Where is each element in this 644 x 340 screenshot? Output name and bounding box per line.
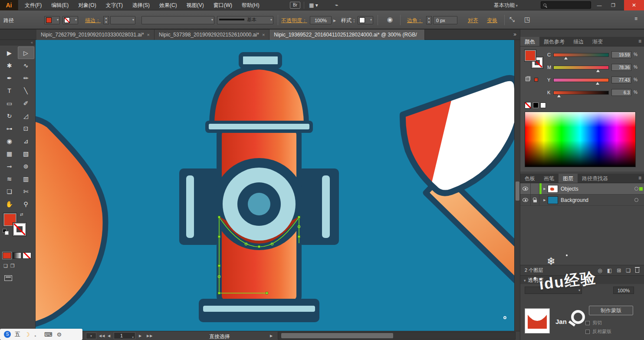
tool-line-segment[interactable]: ╲ [18, 84, 34, 97]
menu-item[interactable]: 帮助(H) [237, 0, 264, 10]
checkbox-icon[interactable] [585, 330, 590, 334]
panel-tab[interactable]: 图层 [559, 174, 578, 183]
vertical-scrollbar-thumb[interactable] [516, 182, 519, 201]
panel-tab[interactable]: 描边 [569, 37, 588, 46]
menu-item[interactable]: 文字(T) [101, 0, 128, 10]
new-layer-icon[interactable]: ❏ [626, 267, 631, 274]
menu-item[interactable]: 编辑(E) [46, 0, 73, 10]
tool-pencil[interactable]: ✏ [18, 72, 34, 84]
channel-slider[interactable] [553, 78, 609, 82]
minimize-button[interactable]: — [593, 0, 606, 10]
tools-panel-header[interactable]: « [0, 40, 35, 46]
lock-icon[interactable] [531, 195, 539, 205]
align-panel-link[interactable]: 对齐 [468, 17, 478, 24]
transform-panel-link[interactable]: 变换 [487, 17, 497, 24]
tool-lasso[interactable]: ∿ [18, 59, 34, 72]
corner-link[interactable]: 边角： [407, 17, 423, 24]
channel-slider[interactable] [553, 66, 609, 69]
screen-mode-button[interactable] [4, 275, 12, 281]
touch-icon[interactable]: ⌁ [335, 0, 338, 10]
ime-icon[interactable]: 五 [15, 330, 20, 338]
fill-color-dropdown[interactable] [44, 16, 60, 24]
input-method-bar[interactable]: S 五☽。⌨⚙ [0, 329, 82, 340]
stroke-width-stepper[interactable]: ▲▼ [103, 16, 109, 24]
channel-value-field[interactable]: 19.59 [611, 51, 631, 58]
tool-rotate[interactable]: ↻ [1, 109, 18, 122]
layers-panel-menu-icon[interactable]: ≡ [638, 175, 641, 181]
expand-arrow-icon[interactable]: ▶ [542, 198, 548, 202]
document-tab[interactable]: Nipic_19369522_20160411025128024000.ai* … [269, 30, 425, 40]
menu-item[interactable]: 效果(C) [154, 0, 182, 10]
tool-shape-builder[interactable]: ◉ [1, 135, 18, 147]
target-circle-icon[interactable] [634, 187, 638, 191]
slider-thumb-icon[interactable] [596, 82, 599, 85]
document-tab[interactable]: Nipic_537398_20190929202152610000.ai* × [154, 30, 269, 40]
none-mode-button[interactable] [23, 252, 31, 259]
tool-magic-wand[interactable]: ✱ [1, 59, 18, 72]
menu-item[interactable]: 选择(S) [128, 0, 154, 10]
tab-close-icon[interactable]: × [262, 32, 265, 37]
first-artboard-icon[interactable]: ◀◀ [99, 334, 105, 338]
recolor-artwork-icon[interactable]: ◉ [387, 16, 393, 23]
slider-thumb-icon[interactable] [564, 57, 568, 59]
panel-fill-swatch[interactable] [525, 50, 536, 61]
menu-item[interactable]: 窗口(W) [209, 0, 237, 10]
none-swatch[interactable] [525, 102, 531, 109]
stroke-color-swatch[interactable] [13, 223, 26, 236]
blend-mode-dropdown[interactable] [525, 287, 582, 294]
canvas[interactable] [36, 40, 514, 331]
vertical-scrollbar[interactable] [514, 40, 520, 331]
menu-item[interactable]: 视图(V) [182, 0, 209, 10]
tool-width[interactable]: ⊶ [1, 122, 18, 135]
layer-name[interactable]: Objects [561, 186, 634, 192]
last-artboard-icon[interactable]: ▶▶ [147, 334, 153, 338]
tool-column-graph[interactable]: ▥ [18, 172, 34, 185]
panel-tab[interactable]: 色板 [520, 174, 539, 183]
invert-mask-checkbox[interactable]: 反相蒙版 [585, 328, 611, 335]
clipping-mask-icon[interactable]: ◧ [607, 267, 612, 274]
search-input[interactable] [549, 3, 588, 8]
visibility-eye-icon[interactable] [520, 183, 531, 194]
layer-row[interactable]: ▶ Objects [520, 183, 644, 195]
close-button[interactable]: ✕ [624, 0, 644, 10]
search-box[interactable] [541, 1, 591, 9]
canvas-artwork[interactable] [36, 40, 514, 331]
panel-tab[interactable]: 路径查找器 [578, 174, 612, 183]
tool-type[interactable]: T [1, 84, 18, 97]
clip-checkbox[interactable]: 剪切 [585, 320, 602, 326]
target-circle-icon[interactable] [634, 198, 638, 202]
channel-slider[interactable] [553, 91, 609, 95]
width-profile-dropdown[interactable] [141, 16, 214, 24]
tool-paintbrush[interactable]: ✐ [18, 97, 34, 109]
ime-icon[interactable]: 。 [34, 330, 40, 338]
gradient-mode-button[interactable] [13, 252, 21, 259]
tool-slice[interactable]: ✄ [18, 185, 34, 198]
slider-thumb-icon[interactable] [596, 69, 600, 72]
channel-slider[interactable] [553, 53, 609, 57]
menu-item[interactable]: 文件(F) [20, 0, 46, 10]
tool-direct-selection[interactable]: ▷ [18, 46, 34, 59]
bridge-button[interactable]: Br [290, 2, 300, 9]
tool-artboard[interactable]: ❏ [1, 185, 18, 198]
control-panel-menu-icon[interactable]: ≡ [634, 16, 637, 22]
panel-tab[interactable]: 画笔 [539, 174, 559, 183]
delete-layer-icon[interactable] [635, 268, 639, 273]
tool-gradient[interactable]: ▧ [18, 147, 34, 160]
menu-item[interactable]: 对象(O) [73, 0, 101, 10]
artboard-navigation-field[interactable]: 1 [114, 332, 135, 339]
new-sublayer-icon[interactable]: ⊞ [617, 267, 621, 274]
tool-pen[interactable]: ✒ [1, 72, 18, 84]
corner-value-box[interactable]: 0 px [433, 16, 457, 24]
transparency-panel-header[interactable]: ▾透明度 ≡ [520, 275, 644, 284]
tool-eyedropper[interactable]: ⊸ [1, 160, 18, 172]
brush-definition-dropdown[interactable]: 基本 [217, 16, 273, 24]
flame-shape[interactable] [36, 118, 105, 328]
swap-fill-stroke-icon[interactable]: ⇄ [20, 212, 23, 217]
stroke-panel-link[interactable]: 描边： [85, 17, 101, 24]
ime-icon[interactable]: ☽ [25, 331, 30, 338]
tool-perspective-grid[interactable]: ⊿ [18, 135, 34, 147]
white-swatch[interactable] [540, 102, 546, 108]
free-distort-icon[interactable]: ⤡ [509, 16, 515, 23]
corner-stepper[interactable]: ▲▼ [426, 16, 432, 24]
document-tab[interactable]: Nipic_7262799_20190920103330028031.ai* × [36, 30, 154, 40]
